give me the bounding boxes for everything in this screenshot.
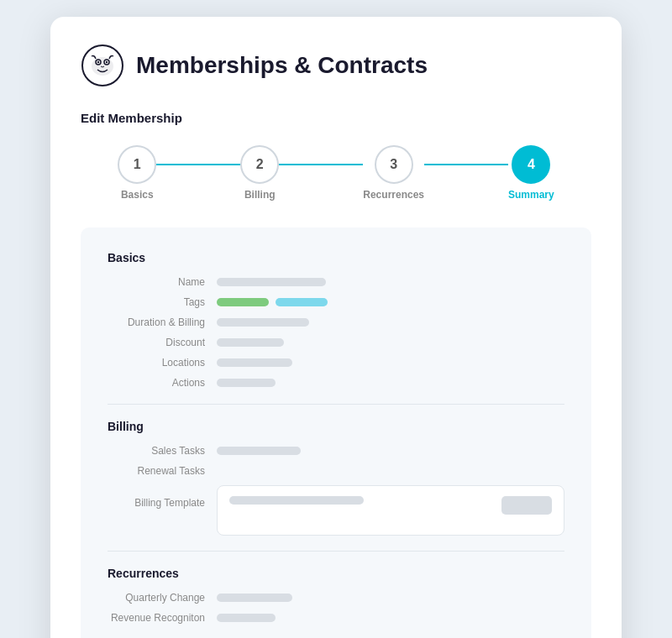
step-3: 3 Recurrences bbox=[363, 145, 424, 201]
svg-point-1 bbox=[92, 57, 113, 76]
field-label-actions: Actions bbox=[108, 377, 217, 389]
field-row-quarterly: Quarterly Change bbox=[108, 592, 564, 604]
field-label-billing-template: Billing Template bbox=[108, 485, 217, 509]
step-4-circle[interactable]: 4 bbox=[512, 145, 550, 184]
field-label-duration: Duration & Billing bbox=[108, 316, 217, 328]
content-area: Basics Name Tags Duration & Billing Disc… bbox=[81, 227, 591, 638]
field-row-revenue: Revenue Recogniton bbox=[108, 612, 564, 624]
billing-template-value-bar bbox=[229, 496, 364, 505]
field-value-name bbox=[217, 278, 326, 286]
field-row-billing-template: Billing Template bbox=[108, 485, 564, 536]
basics-section-title: Basics bbox=[108, 251, 564, 264]
field-row-locations: Locations bbox=[108, 357, 564, 369]
field-row-duration: Duration & Billing bbox=[108, 316, 564, 328]
field-row-tags: Tags bbox=[108, 296, 564, 308]
field-value-locations bbox=[217, 358, 292, 367]
field-label-locations: Locations bbox=[108, 357, 217, 369]
tag-bar-1 bbox=[217, 298, 269, 306]
field-row-discount: Discount bbox=[108, 337, 564, 348]
field-value-quarterly bbox=[217, 594, 292, 602]
connector-3-4 bbox=[424, 164, 508, 165]
billing-template-box bbox=[217, 485, 564, 536]
field-row-actions: Actions bbox=[108, 377, 564, 389]
svg-point-5 bbox=[106, 61, 108, 63]
field-label-revenue: Revenue Recogniton bbox=[108, 612, 217, 624]
field-label-tags: Tags bbox=[108, 296, 217, 308]
stepper: 1 Basics 2 Billing 3 Recurrences 4 Summa… bbox=[81, 145, 591, 201]
field-label-quarterly: Quarterly Change bbox=[108, 592, 217, 604]
field-label-discount: Discount bbox=[108, 337, 217, 348]
field-value-revenue bbox=[217, 614, 276, 622]
field-row-sales-tasks: Sales Tasks bbox=[108, 445, 564, 457]
step-2: 2 Billing bbox=[240, 145, 279, 201]
step-1-label: Basics bbox=[121, 189, 154, 201]
app-title: Memberships & Contracts bbox=[136, 52, 428, 79]
divider-1 bbox=[108, 404, 564, 405]
billing-template-button-bar[interactable] bbox=[501, 496, 552, 515]
app-logo-icon bbox=[81, 44, 124, 87]
billing-section-title: Billing bbox=[108, 420, 564, 433]
field-label-sales-tasks: Sales Tasks bbox=[108, 445, 217, 457]
connector-1-2 bbox=[156, 164, 240, 165]
step-3-label: Recurrences bbox=[363, 189, 424, 201]
field-value-discount bbox=[217, 338, 284, 347]
field-row-name: Name bbox=[108, 276, 564, 288]
connector-2-3 bbox=[279, 164, 363, 165]
step-3-circle: 3 bbox=[375, 145, 413, 184]
svg-point-4 bbox=[97, 61, 99, 63]
field-label-name: Name bbox=[108, 276, 217, 288]
divider-2 bbox=[108, 551, 564, 552]
step-4-label: Summary bbox=[508, 189, 554, 201]
main-card: Memberships & Contracts Edit Membership … bbox=[50, 17, 622, 638]
field-value-sales-tasks bbox=[217, 447, 301, 455]
step-1: 1 Basics bbox=[118, 145, 156, 201]
step-1-circle: 1 bbox=[118, 145, 156, 184]
app-header: Memberships & Contracts bbox=[81, 44, 591, 87]
tags-group bbox=[217, 298, 328, 306]
step-2-circle: 2 bbox=[240, 145, 279, 184]
field-label-renewal-tasks: Renewal Tasks bbox=[108, 465, 217, 477]
edit-section-title: Edit Membership bbox=[81, 111, 591, 125]
tag-bar-2 bbox=[276, 298, 328, 306]
step-4[interactable]: 4 Summary bbox=[508, 145, 554, 201]
field-value-actions bbox=[217, 379, 276, 387]
step-2-label: Billing bbox=[244, 189, 276, 201]
recurrences-section-title: Recurrences bbox=[108, 567, 564, 580]
field-value-duration bbox=[217, 318, 309, 327]
field-row-renewal-tasks: Renewal Tasks bbox=[108, 465, 564, 477]
